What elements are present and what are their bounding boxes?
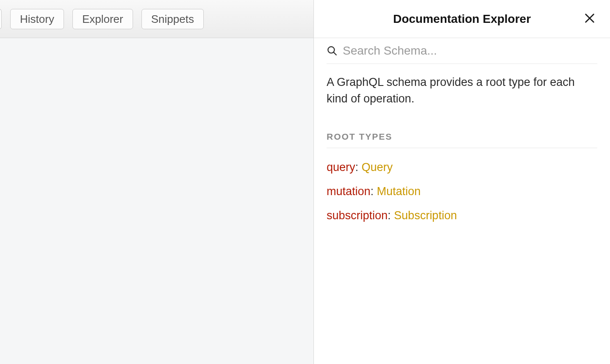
schema-search-row [327,38,597,64]
schema-description: A GraphQL schema provides a root type fo… [314,64,610,110]
editor-body[interactable] [0,38,313,364]
root-type-link-mutation[interactable]: Mutation [377,185,421,198]
editor-pane: y History Explorer Snippets [0,0,313,364]
close-docs-button[interactable] [582,11,597,27]
history-button[interactable]: History [10,9,64,29]
root-type-row-mutation: mutation: Mutation [327,184,597,199]
explorer-button[interactable]: Explorer [72,9,133,29]
root-types-heading: ROOT TYPES [327,110,597,148]
root-type-row-query: query: Query [327,160,597,175]
root-types-list: query: Query mutation: Mutation subscrip… [314,148,610,235]
schema-search-input[interactable] [343,44,597,58]
colon: : [388,209,394,222]
root-keyword: subscription [327,209,388,222]
root-type-link-query[interactable]: Query [362,161,393,174]
documentation-title: Documentation Explorer [393,12,531,26]
close-icon [584,12,596,25]
toolbar-button-partial[interactable]: y [0,9,2,29]
toolbar: y History Explorer Snippets [0,0,313,38]
documentation-header: Documentation Explorer [314,0,610,38]
search-icon [327,45,338,56]
colon: : [371,185,377,198]
root-type-link-subscription[interactable]: Subscription [394,209,457,222]
colon: : [355,161,362,174]
root-keyword: query [327,161,355,174]
documentation-panel: Documentation Explorer A GraphQL schem [313,0,610,364]
snippets-button[interactable]: Snippets [141,9,204,29]
root-type-row-subscription: subscription: Subscription [327,208,597,223]
svg-line-3 [333,52,336,55]
root-keyword: mutation [327,185,371,198]
